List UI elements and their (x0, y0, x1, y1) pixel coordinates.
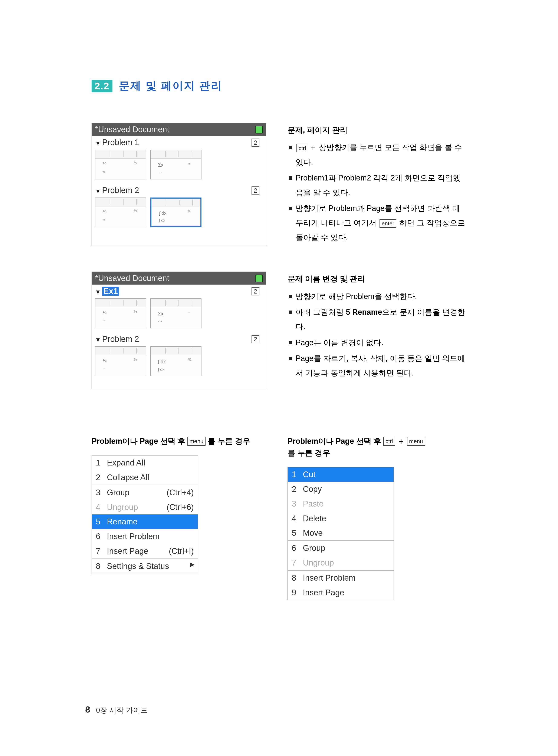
svg-text:≈: ≈ (188, 162, 191, 166)
svg-text:¾: ¾ (187, 209, 191, 213)
submenu-arrow-icon: ▶ (190, 560, 195, 569)
menu-item[interactable]: 9Insert Page (288, 585, 394, 600)
context-menu-right[interactable]: 1Cut2Copy3Paste4Delete5Move6Group7Ungrou… (287, 467, 394, 600)
svg-text:≈: ≈ (103, 366, 105, 371)
svg-text:∫ dx: ∫ dx (159, 218, 165, 222)
svg-text:Σx: Σx (158, 311, 163, 317)
menu-item[interactable]: 1Cut (288, 467, 394, 482)
page-thumbnail[interactable]: Σx⋯≈ (150, 150, 201, 180)
desc2-list: 방향키로 해당 Problem을 선택한다.아래 그림처럼 5 Rename으로… (287, 289, 466, 380)
section-title: 문제 및 페이지 관리 (119, 79, 222, 93)
page-count-badge: 2 (252, 186, 259, 194)
ctrl-key-icon: ctrl (383, 437, 395, 446)
svg-text:⋯: ⋯ (158, 319, 162, 324)
menu-item[interactable]: 8Settings & Status▶ (92, 559, 198, 574)
menu-caption-left: Problem이나 Page 선택 후 menu 를 누른 경우 (92, 436, 266, 447)
svg-text:¾: ¾ (188, 357, 192, 362)
page-number: 8 (85, 704, 90, 714)
svg-text:¹⁄₂: ¹⁄₂ (133, 309, 137, 314)
menu-caption-right: Problem이나 Page 선택 후 ctrl ＋ menu 를 누른 경우 (287, 436, 462, 458)
context-menu-left[interactable]: 1Expand All2Collapse All3Group(Ctrl+4)4U… (92, 455, 198, 574)
desc2-title: 문제 이름 변경 및 관리 (287, 272, 466, 286)
page-count-badge: 2 (252, 139, 259, 147)
problem-header[interactable]: ▼Problem 22 (92, 332, 266, 345)
calculator-panel-2: *Unsaved Document ▼Ex12⅟ₓ≈¹⁄₂Σx⋯≈▼Proble… (92, 272, 266, 389)
problem-header[interactable]: ▼Problem 12 (92, 136, 266, 148)
menu-item[interactable]: 4Delete (288, 511, 394, 526)
menu-item[interactable]: 2Copy (288, 482, 394, 496)
desc-list-item: Page를 자르기, 복사, 삭제, 이동 등은 일반 워드에서 기능과 동일하… (287, 351, 466, 380)
desc-list-item: ctrl＋ 상방향키를 누르면 모든 작업 화면을 볼 수 있다. (287, 140, 466, 169)
menu-item: 4Ungroup(Ctrl+6) (92, 500, 198, 515)
problem-name: Problem 1 (102, 138, 139, 147)
problem-header[interactable]: ▼Problem 22 (92, 184, 266, 196)
svg-text:∫ dx: ∫ dx (158, 367, 164, 372)
problem-name: Problem 2 (102, 186, 139, 195)
menu-item[interactable]: 5Rename (92, 514, 198, 529)
svg-text:≈: ≈ (103, 218, 105, 222)
svg-text:¹⁄₂: ¹⁄₂ (133, 161, 137, 165)
desc-list-item: 방향키로 해당 Problem을 선택한다. (287, 289, 466, 304)
svg-text:⅟ₓ: ⅟ₓ (103, 310, 107, 315)
svg-text:≈: ≈ (188, 310, 191, 315)
svg-text:¹⁄₂: ¹⁄₂ (133, 209, 137, 213)
doc-title: *Unsaved Document (95, 125, 169, 134)
page-footer: 8 0장 시작 가이드 (85, 704, 148, 715)
page-count-badge: 2 (252, 287, 259, 295)
page-thumbnail[interactable]: ∫ dx∫ dx¾ (150, 197, 201, 227)
menu-item[interactable]: 8Insert Problem (288, 571, 394, 585)
collapse-icon[interactable]: ▼ (95, 289, 101, 295)
svg-text:∫ dx: ∫ dx (158, 359, 166, 364)
svg-text:⋯: ⋯ (158, 170, 162, 175)
svg-text:≈: ≈ (103, 170, 105, 174)
svg-text:⅟ₓ: ⅟ₓ (103, 210, 107, 214)
svg-text:⅟ₓ: ⅟ₓ (103, 162, 107, 166)
menu-item[interactable]: 3Group(Ctrl+4) (92, 485, 198, 500)
collapse-icon[interactable]: ▼ (95, 188, 101, 194)
menu-item[interactable]: 7Insert Page(Ctrl+I) (92, 544, 198, 559)
page-thumbnail[interactable]: ⅟ₓ≈¹⁄₂ (95, 298, 146, 328)
key-icon: enter (380, 219, 396, 228)
menu-item[interactable]: 5Move (288, 526, 394, 540)
desc-list-item: Problem1과 Problem2 각각 2개 화면으로 작업했음을 알 수 … (287, 171, 466, 200)
section-number-badge: 2.2 (92, 80, 112, 92)
problem-header[interactable]: ▼Ex12 (92, 285, 266, 297)
menu-item[interactable]: 2Collapse All (92, 470, 198, 485)
battery-icon (255, 126, 263, 133)
doc-title-2: *Unsaved Document (95, 274, 169, 283)
desc-list-item: 방향키로 Problem과 Page를 선택하면 파란색 테두리가 나타나고 여… (287, 201, 466, 245)
menu-item: 3Paste (288, 496, 394, 511)
desc1-list: ctrl＋ 상방향키를 누르면 모든 작업 화면을 볼 수 있다.Problem… (287, 140, 466, 245)
problem-name: Problem 2 (102, 334, 139, 344)
menu-key-icon: menu (187, 437, 205, 446)
menu-item[interactable]: 1Expand All (92, 456, 198, 470)
menu-key-icon: menu (407, 437, 425, 446)
desc-list-item: Page는 이름 변경이 없다. (287, 335, 466, 350)
svg-text:∫ dx: ∫ dx (159, 211, 167, 216)
menu-item: 7Ungroup (288, 556, 394, 570)
svg-text:≈: ≈ (103, 318, 105, 323)
collapse-icon[interactable]: ▼ (95, 336, 101, 343)
page-thumbnail[interactable]: ⅟ₓ≈¹⁄₂ (95, 346, 146, 376)
battery-icon (255, 275, 263, 282)
desc1-title: 문제, 페이지 관리 (287, 123, 466, 137)
problem-name: Ex1 (102, 287, 119, 296)
menu-item[interactable]: 6Insert Problem (92, 529, 198, 544)
svg-text:⅟ₓ: ⅟ₓ (103, 358, 107, 363)
collapse-icon[interactable]: ▼ (95, 140, 101, 146)
page-thumbnail[interactable]: ⅟ₓ≈¹⁄₂ (95, 150, 146, 180)
page-count-badge: 2 (252, 335, 259, 343)
page-thumbnail[interactable]: ∫ dx∫ dx¾ (150, 346, 201, 376)
svg-text:¹⁄₂: ¹⁄₂ (133, 357, 137, 362)
page-thumbnail[interactable]: Σx⋯≈ (150, 298, 201, 328)
page-thumbnail[interactable]: ⅟ₓ≈¹⁄₂ (95, 197, 146, 227)
menu-item[interactable]: 6Group (288, 541, 394, 556)
chapter-label: 0장 시작 가이드 (96, 706, 148, 714)
key-icon: ctrl (297, 144, 308, 153)
svg-text:Σx: Σx (158, 162, 163, 168)
desc-list-item: 아래 그림처럼 5 Rename으로 문제 이름을 변경한다. (287, 305, 466, 334)
calculator-panel-1: *Unsaved Document ▼Problem 12⅟ₓ≈¹⁄₂Σx⋯≈▼… (92, 123, 266, 246)
